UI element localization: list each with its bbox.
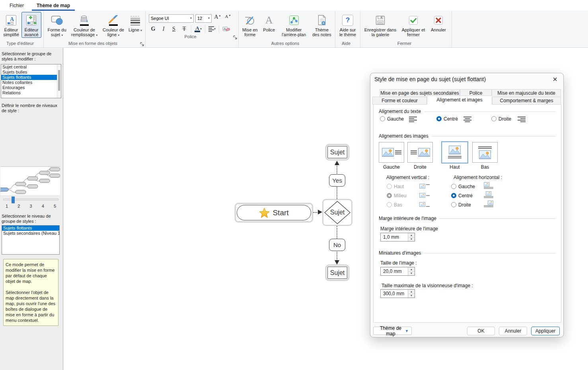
spin-down-button[interactable]: ▼	[408, 237, 415, 241]
editeur-simplifie-button[interactable]: A Éditeur simplifié	[2, 12, 21, 38]
horizontal-right-icon	[483, 201, 494, 208]
radio-icon-disabled[interactable]	[387, 184, 392, 189]
strikethrough-button[interactable]: T	[180, 25, 189, 33]
topic-label: Sujet	[330, 269, 345, 277]
spin-down-button[interactable]: ▼	[408, 271, 415, 276]
ok-button[interactable]: OK	[467, 327, 495, 335]
image-margin-spinner[interactable]: 1,0 mm ▲ ▼	[380, 233, 415, 241]
horizontal-left-option[interactable]: Gauche	[451, 183, 475, 189]
levels-preview-tree	[0, 167, 60, 196]
radio-icon-disabled-selected[interactable]	[387, 193, 392, 198]
shrink-font-button[interactable]: A▼	[224, 14, 232, 23]
couleur-ligne-button[interactable]: Couleur de ligne ▾	[100, 12, 127, 38]
list-item[interactable]: Sujet central	[1, 64, 61, 70]
couleur-remplissage-button[interactable]: Couleur de remplissage ▾	[69, 12, 99, 38]
list-item[interactable]: Notes collantes	[1, 80, 61, 85]
viewer-max-size-spinner[interactable]: 300,0 mm ▲ ▼	[380, 289, 415, 298]
no-label-node[interactable]: No	[329, 239, 345, 251]
radio-icon[interactable]	[451, 184, 456, 189]
text-align-right-option[interactable]: Droite	[491, 116, 511, 122]
list-item[interactable]: Sujets bulles	[1, 70, 61, 75]
tab-forme-et-couleur[interactable]: Forme et couleur	[372, 97, 427, 105]
spin-up-button[interactable]: ▲	[408, 267, 415, 271]
ribbon: Fichier Thème de map A Éditeur simplifié	[0, 0, 588, 48]
text-align-center-option[interactable]: Centré	[436, 116, 458, 122]
image-size-spinner[interactable]: 20,0 mm ▲ ▼	[380, 267, 415, 276]
list-item-selected[interactable]: Sujets flottants	[1, 75, 61, 80]
close-icon[interactable]: ×	[550, 74, 560, 84]
text-align-button[interactable]: ▾	[208, 25, 216, 33]
scrollbar-thumb[interactable]	[58, 70, 60, 91]
text-align-left-option[interactable]: Gauche	[380, 116, 404, 122]
tab-alignement-et-images[interactable]: Alignement et images	[427, 95, 492, 105]
radio-icon[interactable]	[491, 116, 496, 121]
mise-en-forme-button[interactable]: Mise en forme	[240, 12, 260, 38]
annuler-ribbon-button[interactable]: Annuler	[428, 12, 449, 33]
radio-icon-selected[interactable]	[451, 193, 456, 198]
list-item[interactable]: Relations	[1, 90, 61, 95]
topic-node-top[interactable]: Sujet	[325, 144, 349, 160]
yes-label-node[interactable]: Yes	[329, 174, 345, 187]
dialog-launcher-icon[interactable]	[140, 41, 144, 45]
image-align-top-button[interactable]	[441, 141, 468, 164]
image-align-left-button[interactable]	[379, 142, 404, 163]
italic-button[interactable]: I	[159, 25, 168, 33]
image-align-bottom-button[interactable]	[472, 142, 498, 163]
cancel-button[interactable]: Annuler	[499, 327, 527, 335]
horizontal-center-option[interactable]: Centré	[451, 193, 473, 199]
horizontal-right-option[interactable]: Droite	[451, 202, 471, 208]
tab-theme-de-map[interactable]: Thème de map	[32, 1, 75, 11]
spin-down-button[interactable]: ▼	[408, 294, 415, 298]
bold-button[interactable]: G	[149, 25, 158, 33]
forme-du-sujet-button[interactable]: Forme du sujet ▾	[45, 12, 68, 38]
aide-sur-le-theme-button[interactable]: ? Aide sur le thème	[337, 12, 358, 38]
decision-node[interactable]: Sujet	[322, 199, 352, 226]
appliquer-et-fermer-button[interactable]: Appliquer et fermer	[399, 12, 427, 38]
style-group-listbox[interactable]: Sujet central Sujets bulles Sujets flott…	[1, 64, 61, 98]
levels-slider[interactable]	[3, 199, 58, 201]
apply-button[interactable]: Appliquer	[531, 327, 560, 335]
text-align-right-icon	[517, 116, 526, 123]
topic-node-bottom[interactable]: Sujet	[325, 265, 349, 281]
spin-up-button[interactable]: ▲	[408, 290, 415, 294]
vertical-bottom-option[interactable]: Bas	[387, 202, 402, 208]
list-item-selected[interactable]: Sujets flottants	[2, 226, 59, 231]
list-item[interactable]: Entourages	[1, 85, 61, 90]
editeur-avance-button[interactable]: Éditeur avancé	[21, 12, 41, 38]
theme-de-map-dropdown[interactable]: Thème de map ▼	[373, 327, 412, 335]
police-button[interactable]: A Police	[261, 12, 278, 33]
underline-button[interactable]: S	[169, 25, 178, 33]
dialog-launcher-icon[interactable]	[233, 35, 237, 39]
background-map-icon	[288, 14, 300, 27]
grow-font-button[interactable]: A▲	[213, 14, 222, 23]
styles-sidebar: Sélectionner le groupe de styles à modif…	[0, 48, 63, 370]
radio-icon[interactable]	[451, 202, 456, 207]
spin-up-button[interactable]: ▲	[408, 233, 415, 237]
list-item[interactable]: Sujets secondaires (Niveau 1 +	[2, 231, 59, 236]
tab-comportement-marges[interactable]: Comportement & marges	[492, 97, 561, 105]
levels-slider-thumb[interactable]	[12, 197, 15, 203]
modifier-arriere-plan-button[interactable]: Modifier l'arrière-plan	[278, 12, 310, 38]
radio-icon-disabled[interactable]	[387, 202, 392, 207]
font-name-combo[interactable]: ▾	[149, 14, 194, 23]
tab-mise-en-majuscule[interactable]: Mise en majuscule du texte	[492, 89, 561, 97]
theme-des-notes-button[interactable]: Thème des notes	[310, 12, 333, 38]
font-name-input[interactable]	[151, 16, 189, 21]
enregistrer-galerie-button[interactable]: Enregistrer dans la galerie	[362, 12, 399, 38]
font-size-combo[interactable]: ▾	[195, 14, 212, 23]
font-color-button[interactable]: A ▾	[194, 25, 202, 33]
vertical-middle-option[interactable]: Milieu	[387, 193, 406, 199]
picture-icon	[418, 148, 430, 157]
vertical-top-option[interactable]: Haut	[387, 183, 404, 189]
font-size-input[interactable]	[197, 16, 207, 21]
start-node[interactable]: Start	[235, 203, 313, 222]
save-icon	[375, 14, 386, 27]
scrollbar[interactable]	[57, 64, 61, 98]
level-listbox[interactable]: Sujets flottants Sujets secondaires (Niv…	[2, 225, 60, 255]
radio-icon[interactable]	[380, 116, 385, 121]
tab-fichier[interactable]: Fichier	[5, 1, 29, 11]
clear-formatting-button[interactable]	[222, 25, 230, 33]
image-align-right-button[interactable]	[407, 142, 433, 163]
ligne-button[interactable]: Ligne ▾	[127, 12, 143, 33]
radio-icon-selected[interactable]	[436, 116, 442, 121]
